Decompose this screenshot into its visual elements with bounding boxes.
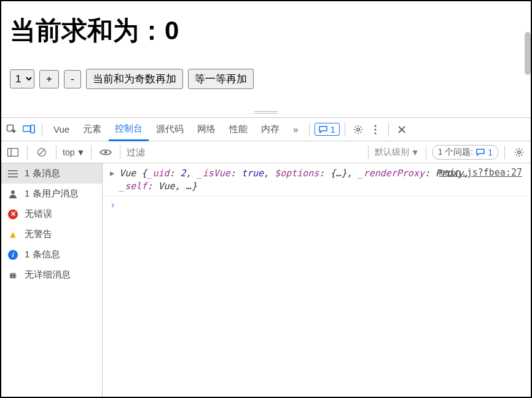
chat-icon [476,149,485,156]
svg-point-5 [374,128,376,130]
execution-context-select[interactable]: top ▼ [63,147,85,157]
sidebar-row-user-messages[interactable]: 1 条用户消息 [1,184,102,204]
page-scrollbar[interactable] [525,32,531,75]
console-settings-gear-icon[interactable] [511,144,527,160]
console-toolbar: top ▼ 默认级别 ▼ 1 个问题: 1 [1,141,531,163]
log-level-select[interactable]: 默认级别 ▼ [375,147,420,158]
sidebar-row-warnings[interactable]: ▲ 无警告 [1,224,102,244]
user-icon [7,189,18,199]
error-icon: ✕ [7,209,18,219]
chevron-down-icon: ▼ [76,147,85,157]
device-toolbar-icon[interactable] [21,122,37,138]
svg-point-4 [374,125,376,127]
prompt-icon: › [110,200,115,211]
minus-button[interactable]: - [64,70,81,88]
expand-object-icon[interactable]: ▶ [110,169,114,178]
close-devtools-icon[interactable] [394,122,410,138]
console-sidebar: 1 条消息 1 条用户消息 ✕ 无错误 ▲ 无警告 i 1 条信息 [1,163,103,397]
devtools: Vue 元素 控制台 源代码 网络 性能 内存 » 1 [1,117,531,397]
tab-network[interactable]: 网络 [191,118,222,141]
svg-point-11 [104,150,107,153]
info-icon: i [7,250,18,260]
svg-point-3 [357,128,359,130]
tab-performance[interactable]: 性能 [223,118,254,141]
warning-icon: ▲ [7,229,18,240]
svg-point-16 [11,190,15,194]
tab-memory[interactable]: 内存 [255,118,286,141]
console-output: main.js?fbea:27 ▶ Vue {_uid: 2, _isVue: … [103,163,531,397]
svg-point-12 [518,150,520,153]
console-filter-input[interactable] [127,147,361,157]
sidebar-row-errors[interactable]: ✕ 无错误 [1,204,102,224]
svg-rect-2 [31,125,34,133]
source-link[interactable]: main.js?fbea:27 [439,167,522,178]
tab-elements[interactable]: 元素 [77,118,108,141]
svg-line-10 [39,149,45,155]
clear-console-icon[interactable] [34,144,50,160]
tab-vue[interactable]: Vue [47,118,76,141]
sidebar-row-messages[interactable]: 1 条消息 [1,163,102,184]
tab-console[interactable]: 控制台 [109,118,149,141]
list-icon [7,170,18,178]
console-log-text: Vue {_uid: 2, _isVue: true, $options: {…… [119,167,482,193]
app-heading: 当前求和为：0 [10,14,522,48]
message-count-badge[interactable]: 1 [315,123,339,136]
devtools-tabstrip: Vue 元素 控制台 源代码 网络 性能 内存 » 1 [1,118,531,141]
tab-more[interactable]: » [287,118,304,141]
issues-pill[interactable]: 1 个问题: 1 [432,145,498,160]
sidebar-row-verbose[interactable]: 无详细消息 [1,265,102,285]
svg-line-21 [15,273,16,275]
devtools-resize-handle[interactable] [1,107,531,117]
add-wait-button[interactable]: 等一等再加 [188,69,254,89]
app-controls: 1 + - 当前和为奇数再加 等一等再加 [10,69,522,89]
step-select[interactable]: 1 [10,69,34,88]
heading-prefix: 当前求和为： [10,16,165,45]
chevron-down-icon: ▼ [411,147,420,157]
kebab-menu-icon[interactable] [367,122,383,138]
inspect-element-icon[interactable] [4,122,20,138]
add-if-odd-button[interactable]: 当前和为奇数再加 [86,69,183,89]
tab-sources[interactable]: 源代码 [150,118,190,141]
console-prompt[interactable]: › [103,196,531,214]
svg-point-6 [374,132,376,134]
svg-line-23 [15,277,16,278]
sidebar-row-info[interactable]: i 1 条信息 [1,244,102,265]
app-pane: 当前求和为：0 1 + - 当前和为奇数再加 等一等再加 [1,1,531,107]
live-expression-eye-icon[interactable] [98,144,114,160]
heading-value: 0 [165,16,179,45]
svg-rect-7 [8,148,18,156]
svg-line-22 [10,277,11,278]
chat-icon [319,126,327,133]
console-body: 1 条消息 1 条用户消息 ✕ 无错误 ▲ 无警告 i 1 条信息 [1,163,531,397]
settings-gear-icon[interactable] [350,122,366,138]
plus-button[interactable]: + [39,70,59,88]
svg-rect-1 [23,126,31,131]
sidebar-toggle-icon[interactable] [5,144,21,160]
bug-icon [7,270,18,280]
svg-line-20 [10,273,11,275]
